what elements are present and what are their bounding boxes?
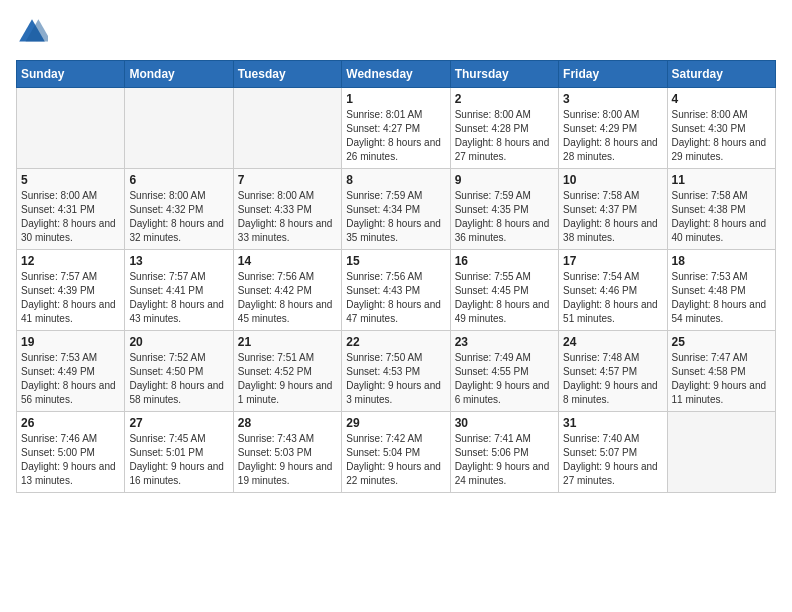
calendar-cell xyxy=(233,88,341,169)
day-info: Sunrise: 7:47 AM Sunset: 4:58 PM Dayligh… xyxy=(672,351,771,407)
day-number: 28 xyxy=(238,416,337,430)
day-info: Sunrise: 7:53 AM Sunset: 4:49 PM Dayligh… xyxy=(21,351,120,407)
day-number: 13 xyxy=(129,254,228,268)
calendar-cell: 27Sunrise: 7:45 AM Sunset: 5:01 PM Dayli… xyxy=(125,412,233,493)
day-number: 26 xyxy=(21,416,120,430)
day-number: 14 xyxy=(238,254,337,268)
calendar-cell: 2Sunrise: 8:00 AM Sunset: 4:28 PM Daylig… xyxy=(450,88,558,169)
day-info: Sunrise: 7:40 AM Sunset: 5:07 PM Dayligh… xyxy=(563,432,662,488)
day-number: 19 xyxy=(21,335,120,349)
day-number: 29 xyxy=(346,416,445,430)
day-number: 30 xyxy=(455,416,554,430)
day-number: 24 xyxy=(563,335,662,349)
calendar-cell: 4Sunrise: 8:00 AM Sunset: 4:30 PM Daylig… xyxy=(667,88,775,169)
calendar-week-3: 12Sunrise: 7:57 AM Sunset: 4:39 PM Dayli… xyxy=(17,250,776,331)
calendar-cell: 28Sunrise: 7:43 AM Sunset: 5:03 PM Dayli… xyxy=(233,412,341,493)
day-number: 10 xyxy=(563,173,662,187)
day-number: 1 xyxy=(346,92,445,106)
day-info: Sunrise: 7:51 AM Sunset: 4:52 PM Dayligh… xyxy=(238,351,337,407)
day-info: Sunrise: 7:49 AM Sunset: 4:55 PM Dayligh… xyxy=(455,351,554,407)
calendar-cell: 22Sunrise: 7:50 AM Sunset: 4:53 PM Dayli… xyxy=(342,331,450,412)
day-number: 25 xyxy=(672,335,771,349)
weekday-header-friday: Friday xyxy=(559,61,667,88)
day-info: Sunrise: 8:00 AM Sunset: 4:30 PM Dayligh… xyxy=(672,108,771,164)
day-number: 21 xyxy=(238,335,337,349)
day-info: Sunrise: 7:48 AM Sunset: 4:57 PM Dayligh… xyxy=(563,351,662,407)
calendar-cell: 13Sunrise: 7:57 AM Sunset: 4:41 PM Dayli… xyxy=(125,250,233,331)
day-number: 20 xyxy=(129,335,228,349)
calendar-cell: 8Sunrise: 7:59 AM Sunset: 4:34 PM Daylig… xyxy=(342,169,450,250)
calendar-cell: 17Sunrise: 7:54 AM Sunset: 4:46 PM Dayli… xyxy=(559,250,667,331)
calendar-cell: 15Sunrise: 7:56 AM Sunset: 4:43 PM Dayli… xyxy=(342,250,450,331)
day-info: Sunrise: 7:59 AM Sunset: 4:34 PM Dayligh… xyxy=(346,189,445,245)
calendar-cell xyxy=(125,88,233,169)
calendar-cell xyxy=(17,88,125,169)
day-number: 11 xyxy=(672,173,771,187)
day-info: Sunrise: 7:42 AM Sunset: 5:04 PM Dayligh… xyxy=(346,432,445,488)
calendar-cell: 16Sunrise: 7:55 AM Sunset: 4:45 PM Dayli… xyxy=(450,250,558,331)
day-number: 31 xyxy=(563,416,662,430)
day-info: Sunrise: 7:46 AM Sunset: 5:00 PM Dayligh… xyxy=(21,432,120,488)
calendar-cell: 6Sunrise: 8:00 AM Sunset: 4:32 PM Daylig… xyxy=(125,169,233,250)
day-info: Sunrise: 7:53 AM Sunset: 4:48 PM Dayligh… xyxy=(672,270,771,326)
calendar-cell: 12Sunrise: 7:57 AM Sunset: 4:39 PM Dayli… xyxy=(17,250,125,331)
calendar-cell: 9Sunrise: 7:59 AM Sunset: 4:35 PM Daylig… xyxy=(450,169,558,250)
calendar-header-row: SundayMondayTuesdayWednesdayThursdayFrid… xyxy=(17,61,776,88)
calendar-cell: 29Sunrise: 7:42 AM Sunset: 5:04 PM Dayli… xyxy=(342,412,450,493)
day-number: 7 xyxy=(238,173,337,187)
day-info: Sunrise: 7:54 AM Sunset: 4:46 PM Dayligh… xyxy=(563,270,662,326)
page-header xyxy=(16,16,776,48)
weekday-header-sunday: Sunday xyxy=(17,61,125,88)
day-info: Sunrise: 7:58 AM Sunset: 4:38 PM Dayligh… xyxy=(672,189,771,245)
day-info: Sunrise: 7:56 AM Sunset: 4:43 PM Dayligh… xyxy=(346,270,445,326)
day-info: Sunrise: 8:00 AM Sunset: 4:32 PM Dayligh… xyxy=(129,189,228,245)
day-info: Sunrise: 8:01 AM Sunset: 4:27 PM Dayligh… xyxy=(346,108,445,164)
calendar-cell: 23Sunrise: 7:49 AM Sunset: 4:55 PM Dayli… xyxy=(450,331,558,412)
day-info: Sunrise: 8:00 AM Sunset: 4:33 PM Dayligh… xyxy=(238,189,337,245)
day-info: Sunrise: 8:00 AM Sunset: 4:28 PM Dayligh… xyxy=(455,108,554,164)
calendar-week-2: 5Sunrise: 8:00 AM Sunset: 4:31 PM Daylig… xyxy=(17,169,776,250)
logo xyxy=(16,16,52,48)
day-number: 17 xyxy=(563,254,662,268)
day-number: 4 xyxy=(672,92,771,106)
day-info: Sunrise: 8:00 AM Sunset: 4:29 PM Dayligh… xyxy=(563,108,662,164)
day-number: 5 xyxy=(21,173,120,187)
weekday-header-tuesday: Tuesday xyxy=(233,61,341,88)
day-number: 23 xyxy=(455,335,554,349)
day-info: Sunrise: 7:50 AM Sunset: 4:53 PM Dayligh… xyxy=(346,351,445,407)
calendar-cell xyxy=(667,412,775,493)
day-info: Sunrise: 7:45 AM Sunset: 5:01 PM Dayligh… xyxy=(129,432,228,488)
day-number: 16 xyxy=(455,254,554,268)
logo-icon xyxy=(16,16,48,48)
calendar-cell: 14Sunrise: 7:56 AM Sunset: 4:42 PM Dayli… xyxy=(233,250,341,331)
calendar-cell: 10Sunrise: 7:58 AM Sunset: 4:37 PM Dayli… xyxy=(559,169,667,250)
weekday-header-wednesday: Wednesday xyxy=(342,61,450,88)
calendar-cell: 11Sunrise: 7:58 AM Sunset: 4:38 PM Dayli… xyxy=(667,169,775,250)
calendar-cell: 1Sunrise: 8:01 AM Sunset: 4:27 PM Daylig… xyxy=(342,88,450,169)
calendar-cell: 30Sunrise: 7:41 AM Sunset: 5:06 PM Dayli… xyxy=(450,412,558,493)
weekday-header-monday: Monday xyxy=(125,61,233,88)
calendar-week-5: 26Sunrise: 7:46 AM Sunset: 5:00 PM Dayli… xyxy=(17,412,776,493)
day-info: Sunrise: 7:57 AM Sunset: 4:39 PM Dayligh… xyxy=(21,270,120,326)
day-number: 27 xyxy=(129,416,228,430)
day-number: 3 xyxy=(563,92,662,106)
day-number: 22 xyxy=(346,335,445,349)
calendar-table: SundayMondayTuesdayWednesdayThursdayFrid… xyxy=(16,60,776,493)
day-number: 15 xyxy=(346,254,445,268)
day-info: Sunrise: 7:55 AM Sunset: 4:45 PM Dayligh… xyxy=(455,270,554,326)
calendar-week-1: 1Sunrise: 8:01 AM Sunset: 4:27 PM Daylig… xyxy=(17,88,776,169)
day-info: Sunrise: 8:00 AM Sunset: 4:31 PM Dayligh… xyxy=(21,189,120,245)
calendar-cell: 7Sunrise: 8:00 AM Sunset: 4:33 PM Daylig… xyxy=(233,169,341,250)
calendar-cell: 19Sunrise: 7:53 AM Sunset: 4:49 PM Dayli… xyxy=(17,331,125,412)
day-info: Sunrise: 7:56 AM Sunset: 4:42 PM Dayligh… xyxy=(238,270,337,326)
day-number: 9 xyxy=(455,173,554,187)
calendar-cell: 20Sunrise: 7:52 AM Sunset: 4:50 PM Dayli… xyxy=(125,331,233,412)
day-number: 8 xyxy=(346,173,445,187)
calendar-cell: 24Sunrise: 7:48 AM Sunset: 4:57 PM Dayli… xyxy=(559,331,667,412)
day-number: 2 xyxy=(455,92,554,106)
calendar-cell: 31Sunrise: 7:40 AM Sunset: 5:07 PM Dayli… xyxy=(559,412,667,493)
calendar-cell: 18Sunrise: 7:53 AM Sunset: 4:48 PM Dayli… xyxy=(667,250,775,331)
day-info: Sunrise: 7:57 AM Sunset: 4:41 PM Dayligh… xyxy=(129,270,228,326)
calendar-cell: 25Sunrise: 7:47 AM Sunset: 4:58 PM Dayli… xyxy=(667,331,775,412)
day-info: Sunrise: 7:41 AM Sunset: 5:06 PM Dayligh… xyxy=(455,432,554,488)
